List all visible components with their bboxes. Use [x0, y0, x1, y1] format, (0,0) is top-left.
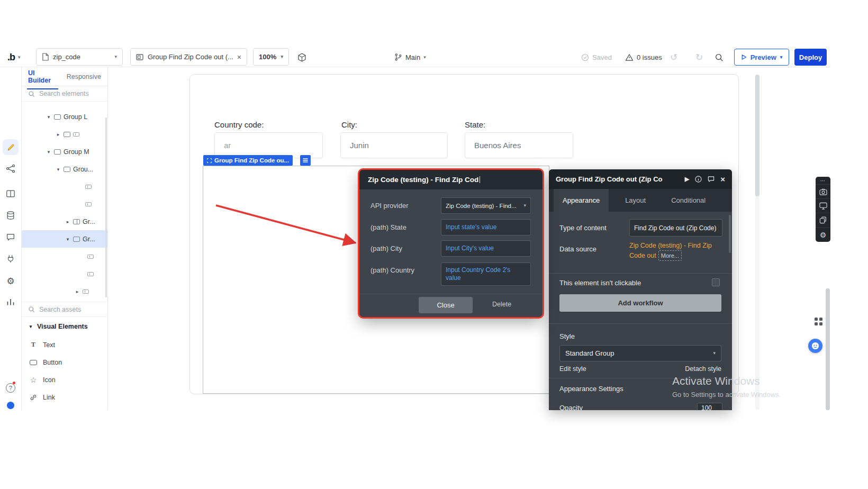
top-toolbar: .b ▾ zip_code ▾ Group Find Zip Code out … [0, 48, 830, 67]
styles-tab[interactable] [6, 232, 15, 242]
window-scrollbar[interactable] [826, 288, 830, 410]
assistant-icon[interactable] [808, 339, 822, 353]
add-workflow-button[interactable]: Add workflow [559, 294, 721, 312]
zoom-selector[interactable]: 100% ▾ [253, 48, 289, 66]
path-city-field[interactable]: Input City's value [441, 240, 531, 257]
delete-button[interactable]: Delete [492, 301, 511, 308]
tab-layout[interactable]: Layout [616, 189, 655, 212]
component-library-icon[interactable] [297, 48, 307, 67]
workflow-tab[interactable] [6, 164, 16, 174]
tree-item[interactable] [22, 248, 107, 265]
state-input[interactable]: Buenos Aires [465, 132, 573, 158]
style-dropdown[interactable]: Standard Group ▾ [559, 345, 721, 361]
tab-responsive[interactable]: Responsive [67, 73, 101, 80]
plugins-tab[interactable] [6, 254, 15, 264]
asset-item-button[interactable]: Button [22, 354, 107, 371]
bubble-logo[interactable]: .b ▾ [7, 48, 21, 67]
caret-right-icon[interactable]: ▸ [65, 219, 70, 224]
asset-item-text[interactable]: T Text [22, 336, 107, 354]
tab-ui-builder[interactable]: UI Builder [28, 69, 57, 84]
gear-icon[interactable]: ⚙ [816, 228, 830, 242]
play-icon[interactable]: ▶ [685, 176, 689, 183]
tree-item[interactable]: ▸ [22, 125, 107, 143]
tree-item[interactable]: ▸ Gr... [22, 213, 107, 230]
tree-item[interactable]: ▾ Group M [22, 143, 107, 160]
tab-appearance[interactable]: Appearance [554, 189, 609, 212]
canvas-scrollbar[interactable] [755, 75, 760, 410]
redo-icon[interactable]: ↻ [695, 48, 703, 67]
comment-icon[interactable] [708, 176, 715, 183]
more-icon[interactable]: ⋯ [816, 177, 830, 185]
search-assets-input[interactable]: Search assets [22, 302, 107, 317]
caret-down-icon[interactable]: ▾ [56, 167, 61, 172]
caret-down-icon[interactable]: ▾ [65, 237, 70, 242]
opacity-input[interactable]: 100 [697, 403, 722, 410]
save-status-label: Saved [592, 53, 612, 61]
property-editor-header[interactable]: Group Find Zip Code out (Zip Co ▶ × [549, 169, 732, 189]
more-button[interactable]: More... [658, 250, 682, 261]
path-state-field[interactable]: Input state's value [441, 219, 531, 236]
asset-item-link[interactable]: Link [22, 388, 107, 406]
tree-scrollbar[interactable] [105, 117, 107, 297]
undo-icon[interactable]: ↺ [670, 48, 677, 67]
edit-style-link[interactable]: Edit style [559, 365, 586, 373]
visual-elements-section[interactable]: ▾ Visual Elements [22, 317, 107, 336]
path-country-field[interactable]: Input Country Code 2's value [441, 262, 531, 286]
data-source-chip[interactable] [300, 155, 311, 166]
tree-item[interactable]: ▾ Group L [22, 108, 107, 125]
branch-selector[interactable]: Main ▾ [394, 48, 426, 67]
caret-right-icon[interactable]: ▸ [75, 289, 80, 294]
tab-conditional[interactable]: Conditional [662, 189, 715, 212]
info-icon[interactable] [695, 176, 702, 183]
city-input[interactable]: Junin [340, 132, 448, 158]
help-icon[interactable]: ? [6, 383, 15, 393]
caret-down-icon[interactable]: ▾ [46, 114, 51, 120]
git-branch-icon [394, 53, 402, 61]
modal-row-label: (path) City [370, 245, 402, 252]
close-button[interactable]: Close [419, 297, 473, 313]
caret-right-icon[interactable]: ▸ [56, 132, 61, 137]
deploy-button[interactable]: Deploy [794, 49, 827, 66]
country-code-input[interactable]: ar [214, 132, 323, 158]
copy-icon[interactable] [816, 213, 830, 228]
appearance-settings-label: Appearance Settings [559, 385, 623, 393]
settings-tab[interactable]: ⚙ [6, 276, 14, 287]
preview-button[interactable]: Preview ▾ [734, 49, 789, 66]
modal-title-bar[interactable]: Zip Code (testing) - Find Zip Cod [359, 170, 542, 189]
scrollbar-thumb[interactable] [755, 75, 760, 196]
pages-tab[interactable] [6, 189, 15, 198]
monitor-icon[interactable] [816, 199, 830, 213]
save-status: Saved [581, 48, 612, 67]
logs-tab[interactable] [6, 297, 15, 306]
close-icon[interactable]: × [720, 175, 725, 184]
modal-row-label: (path) State [370, 223, 406, 231]
tree-item[interactable]: ▾ Grou... [22, 160, 107, 178]
bubble-badge-icon[interactable] [7, 402, 14, 409]
selected-element-tag[interactable]: Group Find Zip Code ou... [203, 155, 293, 166]
tree-item[interactable] [22, 265, 107, 283]
group-icon [64, 132, 70, 137]
asset-item-icon[interactable]: ☆ Icon [22, 371, 107, 388]
detach-style-link[interactable]: Detach style [685, 365, 721, 373]
design-tab[interactable] [3, 139, 19, 155]
close-tab-icon[interactable]: × [237, 53, 241, 61]
tree-item[interactable] [22, 178, 107, 195]
search-icon[interactable] [715, 48, 724, 67]
tree-item[interactable]: ▸ [22, 283, 107, 300]
api-provider-dropdown[interactable]: Zip Code (testing) - Find... ▾ [441, 197, 531, 214]
open-element-tab[interactable]: Group Find Zip Code out (... × [130, 48, 247, 66]
type-of-content-input[interactable]: Find Zip Code out (Zip Code) [629, 219, 722, 237]
camera-icon[interactable] [816, 185, 830, 199]
data-source-value[interactable]: Zip Code (testing) - Find Zip Code outMo… [629, 241, 724, 261]
tree-item[interactable] [22, 195, 107, 213]
issues-indicator[interactable]: 0 issues [625, 48, 662, 67]
app-selector[interactable]: zip_code ▾ [36, 48, 123, 66]
apps-grid-icon[interactable] [814, 317, 823, 326]
inspector-scrollbar[interactable] [729, 215, 731, 253]
tree-item-selected[interactable]: ▾ Gr... [22, 230, 107, 248]
caret-down-icon[interactable]: ▾ [46, 149, 51, 155]
warning-triangle-icon [625, 53, 634, 61]
clickable-checkbox[interactable] [712, 278, 720, 286]
input-icon [85, 202, 92, 206]
data-tab[interactable] [6, 211, 15, 220]
